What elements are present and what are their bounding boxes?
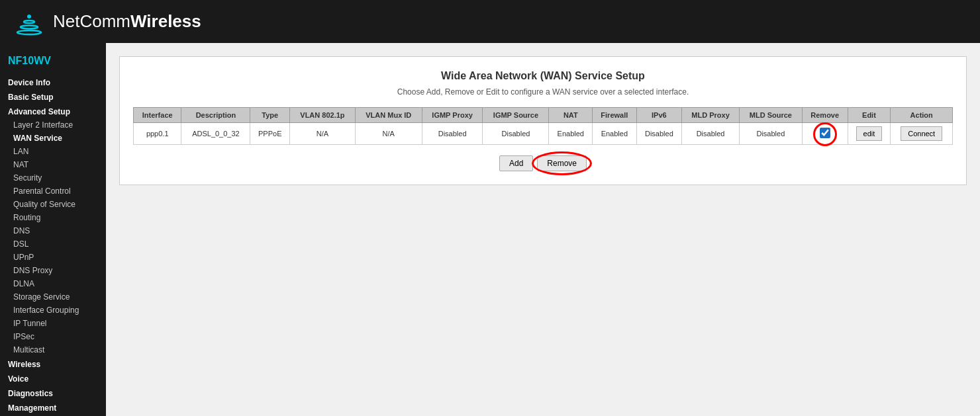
remove-checkbox-wrap bbox=[820, 128, 830, 140]
sidebar-item-dsl[interactable]: DSL bbox=[0, 237, 106, 251]
edit-button[interactable]: edit bbox=[856, 126, 883, 141]
cell-remove[interactable] bbox=[802, 123, 848, 145]
sidebar-item-dns[interactable]: DNS bbox=[0, 224, 106, 237]
svg-point-1 bbox=[21, 25, 38, 28]
sidebar-item-lan[interactable]: LAN bbox=[0, 145, 106, 158]
cell-mld-source: Disabled bbox=[739, 123, 802, 145]
cell-vlan-mux-id: N/A bbox=[355, 123, 422, 145]
sidebar-item-dns-proxy[interactable]: DNS Proxy bbox=[0, 264, 106, 277]
col-edit: Edit bbox=[848, 108, 891, 123]
col-remove: Remove bbox=[802, 108, 848, 123]
cell-type: PPPoE bbox=[250, 123, 290, 145]
cell-firewall: Enabled bbox=[593, 123, 636, 145]
cell-igmp-proxy: Disabled bbox=[422, 123, 483, 145]
sidebar-item-ip-tunnel[interactable]: IP Tunnel bbox=[0, 317, 106, 330]
netcomm-logo-icon bbox=[13, 6, 45, 38]
cell-description: ADSL_0_0_32 bbox=[181, 123, 250, 145]
col-vlan8021p: VLAN 802.1p bbox=[290, 108, 356, 123]
col-type: Type bbox=[250, 108, 290, 123]
sidebar-item-interface-grouping[interactable]: Interface Grouping bbox=[0, 304, 106, 317]
button-row: Add Remove bbox=[133, 155, 953, 171]
sidebar-item-nat[interactable]: NAT bbox=[0, 158, 106, 171]
sidebar-item-parental-control[interactable]: Parental Control bbox=[0, 185, 106, 198]
sidebar-item-security[interactable]: Security bbox=[0, 171, 106, 185]
layout: NF10WV Device Info Basic Setup Advanced … bbox=[0, 43, 980, 416]
sidebar-item-quality-of-service[interactable]: Quality of Service bbox=[0, 198, 106, 211]
sidebar-item-multicast[interactable]: Multicast bbox=[0, 343, 106, 356]
sidebar-item-dlna[interactable]: DLNA bbox=[0, 277, 106, 290]
sidebar-item-device-info[interactable]: Device Info bbox=[0, 75, 106, 89]
cell-ipv6: Disabled bbox=[636, 123, 682, 145]
connect-button[interactable]: Connect bbox=[901, 126, 942, 141]
col-vlan-mux-id: VLAN Mux ID bbox=[355, 108, 422, 123]
device-name-label[interactable]: NF10WV bbox=[0, 50, 106, 75]
page-subtitle: Choose Add, Remove or Edit to configure … bbox=[133, 87, 953, 97]
header: NetCommWireless bbox=[0, 0, 980, 43]
cell-edit[interactable]: edit bbox=[848, 123, 891, 145]
col-action: Action bbox=[891, 108, 953, 123]
cell-interface: ppp0.1 bbox=[134, 123, 181, 145]
col-nat: NAT bbox=[549, 108, 593, 123]
remove-button-wrap: Remove bbox=[537, 155, 587, 171]
sidebar-item-storage-service[interactable]: Storage Service bbox=[0, 290, 106, 304]
sidebar-item-basic-setup[interactable]: Basic Setup bbox=[0, 89, 106, 104]
sidebar: NF10WV Device Info Basic Setup Advanced … bbox=[0, 43, 106, 416]
remove-button[interactable]: Remove bbox=[537, 155, 587, 171]
wan-service-table: Interface Description Type VLAN 802.1p V… bbox=[133, 107, 953, 145]
logo-text: NetCommWireless bbox=[53, 11, 201, 32]
svg-point-0 bbox=[17, 30, 41, 34]
sidebar-item-management[interactable]: Management bbox=[0, 400, 106, 415]
cell-nat: Enabled bbox=[549, 123, 593, 145]
svg-point-2 bbox=[24, 21, 34, 23]
sidebar-item-routing[interactable]: Routing bbox=[0, 211, 106, 224]
cell-action[interactable]: Connect bbox=[891, 123, 953, 145]
col-mld-proxy: MLD Proxy bbox=[682, 108, 740, 123]
svg-point-3 bbox=[27, 15, 31, 19]
col-interface: Interface bbox=[134, 108, 181, 123]
cell-mld-proxy: Disabled bbox=[682, 123, 740, 145]
sidebar-item-wan-service[interactable]: WAN Service bbox=[0, 132, 106, 145]
sidebar-item-upnp[interactable]: UPnP bbox=[0, 251, 106, 264]
sidebar-item-layer2-interface[interactable]: Layer 2 Interface bbox=[0, 118, 106, 132]
main-content: Wide Area Network (WAN) Service Setup Ch… bbox=[106, 43, 980, 416]
sidebar-item-advanced-setup[interactable]: Advanced Setup bbox=[0, 104, 106, 118]
sidebar-item-diagnostics[interactable]: Diagnostics bbox=[0, 386, 106, 400]
cell-vlan8021p: N/A bbox=[290, 123, 356, 145]
col-mld-source: MLD Source bbox=[739, 108, 802, 123]
cell-igmp-source: Disabled bbox=[483, 123, 549, 145]
col-ipv6: IPv6 bbox=[636, 108, 682, 123]
table-row: ppp0.1 ADSL_0_0_32 PPPoE N/A N/A Disable… bbox=[134, 123, 953, 145]
col-igmp-proxy: IGMP Proxy bbox=[422, 108, 483, 123]
page-title: Wide Area Network (WAN) Service Setup bbox=[133, 70, 953, 82]
sidebar-item-ipsec[interactable]: IPSec bbox=[0, 330, 106, 343]
col-description: Description bbox=[181, 108, 250, 123]
remove-checkbox[interactable] bbox=[820, 128, 830, 138]
sidebar-item-wireless[interactable]: Wireless bbox=[0, 356, 106, 371]
add-button[interactable]: Add bbox=[499, 155, 533, 171]
sidebar-item-voice[interactable]: Voice bbox=[0, 371, 106, 386]
col-igmp-source: IGMP Source bbox=[483, 108, 549, 123]
logo-area: NetCommWireless bbox=[13, 6, 201, 38]
col-firewall: Firewall bbox=[593, 108, 636, 123]
content-panel: Wide Area Network (WAN) Service Setup Ch… bbox=[119, 56, 967, 185]
